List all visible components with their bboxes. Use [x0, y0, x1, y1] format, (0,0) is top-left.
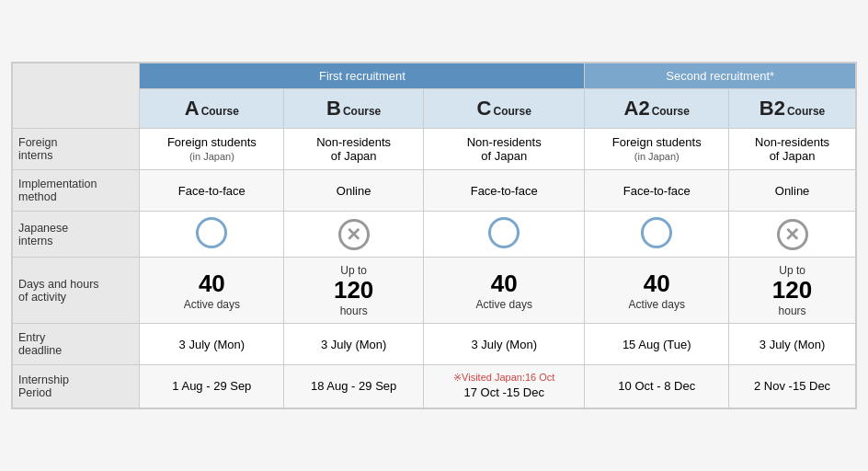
foreign-a: Foreign students(in Japan): [140, 129, 284, 170]
table-row: Days and hoursof activity 40 Active days…: [13, 258, 856, 324]
course-c-header: CCourse: [424, 89, 585, 129]
table-row: Entrydeadline 3 July (Mon) 3 July (Mon) …: [13, 324, 856, 365]
table-row: InternshipPeriod 1 Aug - 29 Sep 18 Aug -…: [13, 365, 856, 408]
japanese-a: [140, 212, 284, 258]
implementation-label: Implementationmethod: [13, 170, 140, 212]
course-a2-header: A2Course: [585, 89, 729, 129]
days-c: 40 Active days: [424, 258, 585, 324]
period-a2: 10 Oct - 8 Dec: [585, 365, 729, 408]
comparison-table: First recruitment Second recruitment* AC…: [11, 62, 857, 408]
circle-icon: [196, 217, 227, 248]
course-b-header: BCourse: [284, 89, 424, 129]
deadline-a2: 15 Aug (Tue): [585, 324, 729, 365]
days-a2: 40 Active days: [585, 258, 729, 324]
internship-period-label: InternshipPeriod: [13, 365, 140, 408]
deadline-b: 3 July (Mon): [284, 324, 424, 365]
days-a: 40 Active days: [140, 258, 284, 324]
empty-header: [13, 63, 140, 129]
japanese-b: ✕: [284, 212, 424, 258]
impl-a2: Face-to-face: [585, 170, 729, 212]
foreign-b2: Non-residentsof Japan: [729, 129, 856, 170]
table-row: Implementationmethod Face-to-face Online…: [13, 170, 856, 212]
table-row: Foreigninterns Foreign students(in Japan…: [13, 129, 856, 170]
foreign-c: Non-residentsof Japan: [424, 129, 585, 170]
foreign-a2: Foreign students(in Japan): [585, 129, 729, 170]
cross-icon: ✕: [777, 219, 808, 250]
circle-icon: [641, 217, 672, 248]
period-b: 18 Aug - 29 Sep: [284, 365, 424, 408]
first-recruitment-header: First recruitment: [140, 63, 585, 89]
japanese-interns-label: Japaneseinterns: [13, 212, 140, 258]
table-row: Japaneseinterns ✕ ✕: [13, 212, 856, 258]
days-hours-label: Days and hoursof activity: [13, 258, 140, 324]
japanese-a2: [585, 212, 729, 258]
deadline-b2: 3 July (Mon): [729, 324, 856, 365]
days-b2: Up to 120 hours: [729, 258, 856, 324]
second-recruitment-header: Second recruitment*: [585, 63, 856, 89]
period-a: 1 Aug - 29 Sep: [140, 365, 284, 408]
japanese-c: [424, 212, 585, 258]
period-b2: 2 Nov -15 Dec: [729, 365, 856, 408]
course-b2-header: B2Course: [729, 89, 856, 129]
deadline-c: 3 July (Mon): [424, 324, 585, 365]
foreign-b: Non-residentsof Japan: [284, 129, 424, 170]
cross-icon: ✕: [338, 219, 370, 250]
days-b: Up to 120 hours: [284, 258, 424, 324]
period-c: ※Visited Japan:16 Oct 17 Oct -15 Dec: [424, 365, 585, 408]
impl-a: Face-to-face: [140, 170, 284, 212]
impl-b: Online: [284, 170, 424, 212]
entry-deadline-label: Entrydeadline: [13, 324, 140, 365]
course-a-header: ACourse: [140, 89, 284, 129]
circle-icon: [488, 217, 520, 248]
impl-c: Face-to-face: [424, 170, 585, 212]
foreign-interns-label: Foreigninterns: [13, 129, 140, 170]
impl-b2: Online: [729, 170, 856, 212]
japanese-b2: ✕: [729, 212, 856, 258]
deadline-a: 3 July (Mon): [140, 324, 284, 365]
